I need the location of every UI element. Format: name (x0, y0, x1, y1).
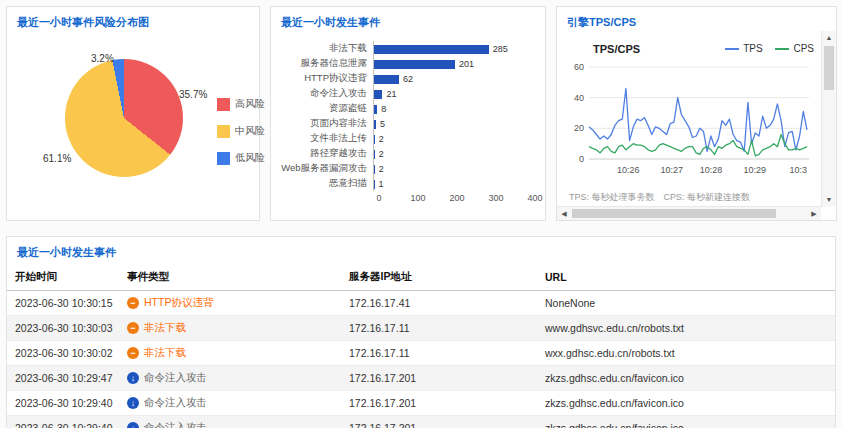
cell-event-type: −非法下载 (119, 316, 341, 341)
panel-title-events-bar: 最近一小时发生事件 (271, 7, 545, 34)
bar-fill (374, 75, 399, 84)
vertical-scrollbar[interactable]: ▲ ▼ (821, 31, 836, 207)
cell-server-ip: 172.16.17.201 (341, 391, 537, 416)
cell-event-type: −非法下载 (119, 341, 341, 366)
scroll-right-icon[interactable]: ▶ (807, 207, 821, 220)
bar-track: 201 (373, 56, 535, 71)
svg-text:10:28: 10:28 (700, 165, 723, 175)
legend-swatch-mid-icon (217, 125, 230, 138)
panel-title-tps: 引擎TPS/CPS (557, 7, 836, 34)
event-type-link[interactable]: 命令注入攻击 (144, 396, 207, 408)
cell-start-time: 2023-06-30 10:29:40 (7, 416, 119, 428)
bar-category-label: 命令注入攻击 (279, 87, 373, 100)
cell-url: zkzs.gdhsc.edu.cn/favicon.ico (537, 366, 835, 391)
risk-distribution-panel: 最近一小时事件风险分布图 35.7% 61.1% 3.2% 高风险 中风险 低风… (6, 6, 260, 221)
bar-x-tick: 200 (449, 193, 464, 203)
event-bar-chart: 非法下载285服务器信息泄露201HTTP协议违背62命令注入攻击21资源盗链8… (279, 41, 535, 191)
cell-url: wxx.gdhsc.edu.cn/robots.txt (537, 341, 835, 366)
horizontal-scroll-thumb[interactable] (572, 209, 776, 218)
cell-url: zkzs.gdhsc.edu.cn/favicon.ico (537, 391, 835, 416)
cell-url: www.gdhsvc.edu.cn/robots.txt (537, 316, 835, 341)
severity-low-icon: ↓ (127, 372, 139, 384)
severity-medium-icon: − (127, 322, 139, 334)
svg-text:10:29: 10:29 (743, 165, 766, 175)
bar-category-label: 文件非法上传 (279, 132, 373, 145)
legend-item-cps: CPS (775, 43, 814, 54)
col-header-server-ip: 服务器IP地址 (341, 264, 537, 291)
panel-title-risk-pie: 最近一小时事件风险分布图 (7, 7, 259, 34)
pie-percent-mid: 61.1% (43, 153, 71, 164)
col-header-event-type: 事件类型 (119, 264, 341, 291)
legend-swatch-high-icon (217, 98, 230, 111)
bar-x-tick: 300 (488, 193, 503, 203)
cell-server-ip: 172.16.17.201 (341, 366, 537, 391)
pie-percent-high: 35.7% (179, 89, 207, 100)
bar-x-tick: 100 (410, 193, 425, 203)
scroll-down-icon[interactable]: ▼ (822, 193, 836, 207)
table-row: 2023-06-30 10:30:03−非法下载172.16.17.11www.… (7, 316, 835, 341)
bar-x-tick: 0 (376, 193, 381, 203)
tps-footnote: TPS: 每秒处理事务数 CPS: 每秒新建连接数 (569, 191, 815, 204)
event-type-link[interactable]: HTTP协议违背 (144, 296, 213, 308)
bar-fill (374, 45, 489, 54)
bar-track: 285 (373, 41, 535, 56)
col-header-url: URL (537, 264, 835, 291)
scroll-left-icon[interactable]: ◀ (557, 207, 571, 220)
table-row: 2023-06-30 10:29:40↓命令注入攻击172.16.17.201z… (7, 391, 835, 416)
bar-fill (374, 90, 382, 99)
event-type-link[interactable]: 非法下载 (144, 346, 186, 358)
cell-event-type: ↓命令注入攻击 (119, 366, 341, 391)
horizontal-scrollbar[interactable]: ◀ ▶ (557, 206, 821, 220)
scroll-up-icon[interactable]: ▲ (822, 31, 836, 45)
col-header-start-time: 开始时间 (7, 264, 119, 291)
tps-cps-line-chart: 020406010:2610:2710:2810:2910:3 (563, 59, 813, 185)
cell-event-type: −HTTP协议违背 (119, 291, 341, 316)
event-type-link[interactable]: 命令注入攻击 (144, 421, 207, 428)
bar-x-tick: 400 (527, 193, 542, 203)
vertical-scroll-thumb[interactable] (824, 46, 834, 90)
recent-events-table-panel: 最近一小时发生事件 开始时间 事件类型 服务器IP地址 URL 2023-06-… (6, 236, 836, 428)
event-type-link[interactable]: 非法下载 (144, 321, 186, 333)
bar-fill (374, 60, 455, 69)
svg-text:10:27: 10:27 (661, 165, 684, 175)
legend-label-low: 低风险 (235, 151, 265, 165)
bar-track: 2 (373, 131, 535, 146)
bar-value-label: 1 (378, 177, 383, 192)
bar-row: 页面内容非法5 (279, 116, 535, 131)
severity-medium-icon: − (127, 347, 139, 359)
bar-row: 恶意扫描1 (279, 176, 535, 191)
events-table: 开始时间 事件类型 服务器IP地址 URL 2023-06-30 10:30:1… (7, 264, 835, 428)
tps-legend: TPS CPS (715, 43, 814, 54)
cell-start-time: 2023-06-30 10:30:03 (7, 316, 119, 341)
severity-medium-icon: − (127, 297, 139, 309)
svg-text:0: 0 (579, 154, 584, 164)
legend-label-mid: 中风险 (235, 124, 265, 138)
legend-item-high: 高风险 (217, 97, 265, 111)
cell-url: NoneNone (537, 291, 835, 316)
bar-category-label: 服务器信息泄露 (279, 57, 373, 70)
bar-x-axis: 0100200300400 (379, 193, 535, 207)
bar-category-label: 恶意扫描 (279, 177, 373, 190)
bar-fill (374, 105, 377, 114)
tps-chart-title: TPS/CPS (593, 43, 640, 55)
bar-track: 62 (373, 71, 535, 86)
legend-label-tps: TPS (743, 43, 762, 54)
cell-url: zkzs.gdhsc.edu.cn/favicon.ico (537, 416, 835, 428)
table-header-row: 开始时间 事件类型 服务器IP地址 URL (7, 264, 835, 291)
bar-row: 服务器信息泄露201 (279, 56, 535, 71)
svg-text:10:3: 10:3 (790, 165, 808, 175)
legend-item-low: 低风险 (217, 151, 265, 165)
cell-start-time: 2023-06-30 10:30:02 (7, 341, 119, 366)
svg-text:60: 60 (574, 62, 584, 72)
event-type-link[interactable]: 命令注入攻击 (144, 371, 207, 383)
bar-fill (374, 165, 375, 174)
bar-row: 路径穿越攻击2 (279, 146, 535, 161)
cps-line (589, 135, 807, 156)
severity-low-icon: ↓ (127, 422, 139, 428)
table-row: 2023-06-30 10:29:40↓命令注入攻击172.16.17.201z… (7, 416, 835, 428)
legend-item-mid: 中风险 (217, 124, 265, 138)
bar-row: 非法下载285 (279, 41, 535, 56)
cell-event-type: ↓命令注入攻击 (119, 416, 341, 428)
bar-track: 2 (373, 146, 535, 161)
bar-row: Web服务器漏洞攻击2 (279, 161, 535, 176)
